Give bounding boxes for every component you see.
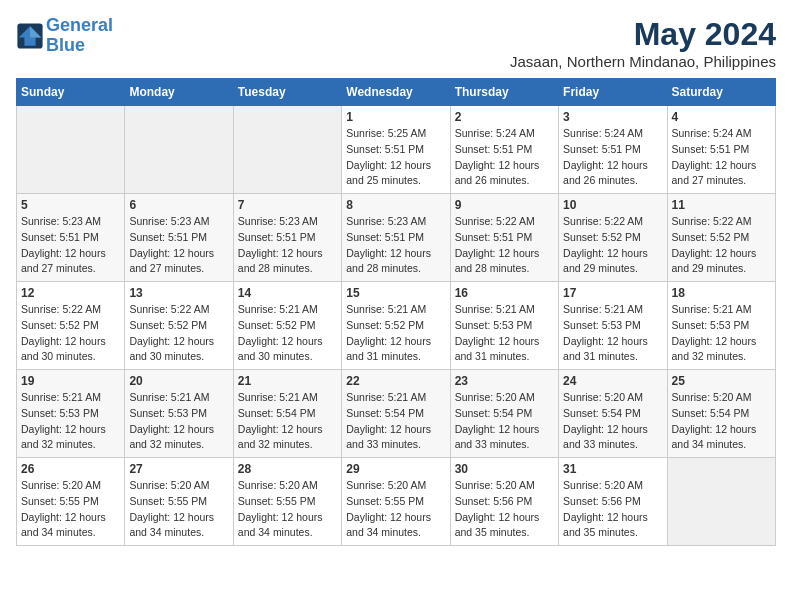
day-info-line: Sunset: 5:51 PM — [455, 143, 533, 155]
day-info-line: Daylight: 12 hours — [455, 159, 540, 171]
day-info-line: and 27 minutes. — [672, 174, 747, 186]
day-info-line: Sunset: 5:56 PM — [563, 495, 641, 507]
day-info: Sunrise: 5:23 AMSunset: 5:51 PMDaylight:… — [346, 214, 445, 277]
day-info-line: Daylight: 12 hours — [238, 247, 323, 259]
calendar-cell: 18Sunrise: 5:21 AMSunset: 5:53 PMDayligh… — [667, 282, 775, 370]
day-info-line: Sunset: 5:53 PM — [563, 319, 641, 331]
location-title: Jasaan, Northern Mindanao, Philippines — [510, 53, 776, 70]
day-info-line: Sunset: 5:51 PM — [21, 231, 99, 243]
day-info-line: and 35 minutes. — [563, 526, 638, 538]
logo-text: General Blue — [46, 16, 113, 56]
calendar-cell: 12Sunrise: 5:22 AMSunset: 5:52 PMDayligh… — [17, 282, 125, 370]
day-number: 16 — [455, 286, 554, 300]
week-row-2: 5Sunrise: 5:23 AMSunset: 5:51 PMDaylight… — [17, 194, 776, 282]
day-info-line: Daylight: 12 hours — [563, 511, 648, 523]
calendar-cell — [125, 106, 233, 194]
day-info: Sunrise: 5:20 AMSunset: 5:55 PMDaylight:… — [346, 478, 445, 541]
day-info-line: and 27 minutes. — [21, 262, 96, 274]
day-info-line: Daylight: 12 hours — [563, 159, 648, 171]
calendar-cell: 2Sunrise: 5:24 AMSunset: 5:51 PMDaylight… — [450, 106, 558, 194]
day-info-line: and 34 minutes. — [672, 438, 747, 450]
day-number: 1 — [346, 110, 445, 124]
day-number: 25 — [672, 374, 771, 388]
day-info-line: Sunset: 5:51 PM — [346, 143, 424, 155]
day-header-monday: Monday — [125, 79, 233, 106]
day-info-line: Sunset: 5:54 PM — [346, 407, 424, 419]
day-number: 6 — [129, 198, 228, 212]
day-info-line: Sunset: 5:51 PM — [563, 143, 641, 155]
calendar-body: 1Sunrise: 5:25 AMSunset: 5:51 PMDaylight… — [17, 106, 776, 546]
day-info-line: Sunrise: 5:21 AM — [672, 303, 752, 315]
day-info-line: and 28 minutes. — [455, 262, 530, 274]
calendar-cell: 1Sunrise: 5:25 AMSunset: 5:51 PMDaylight… — [342, 106, 450, 194]
day-info-line: Sunset: 5:54 PM — [672, 407, 750, 419]
day-info-line: Sunrise: 5:23 AM — [129, 215, 209, 227]
calendar-cell: 29Sunrise: 5:20 AMSunset: 5:55 PMDayligh… — [342, 458, 450, 546]
day-number: 7 — [238, 198, 337, 212]
day-info: Sunrise: 5:20 AMSunset: 5:54 PMDaylight:… — [672, 390, 771, 453]
day-info-line: Sunrise: 5:21 AM — [21, 391, 101, 403]
day-info-line: Daylight: 12 hours — [346, 423, 431, 435]
day-info-line: Sunrise: 5:20 AM — [563, 391, 643, 403]
day-info: Sunrise: 5:21 AMSunset: 5:53 PMDaylight:… — [672, 302, 771, 365]
day-info-line: Daylight: 12 hours — [129, 335, 214, 347]
day-info: Sunrise: 5:22 AMSunset: 5:52 PMDaylight:… — [563, 214, 662, 277]
day-info-line: Sunrise: 5:20 AM — [672, 391, 752, 403]
day-info-line: Sunset: 5:51 PM — [455, 231, 533, 243]
day-info-line: and 25 minutes. — [346, 174, 421, 186]
day-info-line: Daylight: 12 hours — [21, 247, 106, 259]
day-number: 14 — [238, 286, 337, 300]
calendar-cell: 9Sunrise: 5:22 AMSunset: 5:51 PMDaylight… — [450, 194, 558, 282]
day-info-line: and 28 minutes. — [238, 262, 313, 274]
calendar-cell: 5Sunrise: 5:23 AMSunset: 5:51 PMDaylight… — [17, 194, 125, 282]
day-info-line: Daylight: 12 hours — [238, 511, 323, 523]
day-info-line: Daylight: 12 hours — [455, 423, 540, 435]
day-info-line: Daylight: 12 hours — [346, 511, 431, 523]
day-info-line: Sunrise: 5:21 AM — [238, 391, 318, 403]
day-info: Sunrise: 5:22 AMSunset: 5:52 PMDaylight:… — [21, 302, 120, 365]
day-info-line: Sunset: 5:52 PM — [238, 319, 316, 331]
day-header-friday: Friday — [559, 79, 667, 106]
day-info-line: and 28 minutes. — [346, 262, 421, 274]
logo: General Blue — [16, 16, 113, 56]
day-header-tuesday: Tuesday — [233, 79, 341, 106]
calendar-cell: 17Sunrise: 5:21 AMSunset: 5:53 PMDayligh… — [559, 282, 667, 370]
day-info-line: and 31 minutes. — [563, 350, 638, 362]
day-info-line: and 31 minutes. — [455, 350, 530, 362]
day-info-line: and 30 minutes. — [238, 350, 313, 362]
day-info-line: and 26 minutes. — [455, 174, 530, 186]
day-number: 12 — [21, 286, 120, 300]
calendar-cell: 11Sunrise: 5:22 AMSunset: 5:52 PMDayligh… — [667, 194, 775, 282]
day-info-line: and 31 minutes. — [346, 350, 421, 362]
day-info-line: Sunrise: 5:21 AM — [346, 391, 426, 403]
day-number: 17 — [563, 286, 662, 300]
calendar-table: SundayMondayTuesdayWednesdayThursdayFrid… — [16, 78, 776, 546]
day-info: Sunrise: 5:20 AMSunset: 5:56 PMDaylight:… — [455, 478, 554, 541]
day-info-line: Daylight: 12 hours — [672, 423, 757, 435]
day-info-line: Sunset: 5:53 PM — [21, 407, 99, 419]
day-info: Sunrise: 5:20 AMSunset: 5:54 PMDaylight:… — [563, 390, 662, 453]
day-info-line: Daylight: 12 hours — [672, 247, 757, 259]
day-info-line: Sunset: 5:53 PM — [129, 407, 207, 419]
day-info: Sunrise: 5:20 AMSunset: 5:55 PMDaylight:… — [238, 478, 337, 541]
day-info-line: Sunrise: 5:20 AM — [238, 479, 318, 491]
day-info-line: Daylight: 12 hours — [129, 247, 214, 259]
week-row-3: 12Sunrise: 5:22 AMSunset: 5:52 PMDayligh… — [17, 282, 776, 370]
calendar-cell: 14Sunrise: 5:21 AMSunset: 5:52 PMDayligh… — [233, 282, 341, 370]
day-info-line: Daylight: 12 hours — [129, 511, 214, 523]
day-number: 27 — [129, 462, 228, 476]
calendar-cell: 6Sunrise: 5:23 AMSunset: 5:51 PMDaylight… — [125, 194, 233, 282]
day-info-line: and 33 minutes. — [563, 438, 638, 450]
day-number: 21 — [238, 374, 337, 388]
day-info-line: and 26 minutes. — [563, 174, 638, 186]
day-info-line: and 30 minutes. — [129, 350, 204, 362]
calendar-cell: 4Sunrise: 5:24 AMSunset: 5:51 PMDaylight… — [667, 106, 775, 194]
day-info-line: Sunset: 5:54 PM — [563, 407, 641, 419]
day-info-line: and 33 minutes. — [346, 438, 421, 450]
calendar-cell: 25Sunrise: 5:20 AMSunset: 5:54 PMDayligh… — [667, 370, 775, 458]
day-info-line: Sunrise: 5:20 AM — [563, 479, 643, 491]
calendar-cell — [17, 106, 125, 194]
day-info-line: Sunrise: 5:21 AM — [238, 303, 318, 315]
day-info-line: Daylight: 12 hours — [672, 335, 757, 347]
day-info-line: and 34 minutes. — [129, 526, 204, 538]
